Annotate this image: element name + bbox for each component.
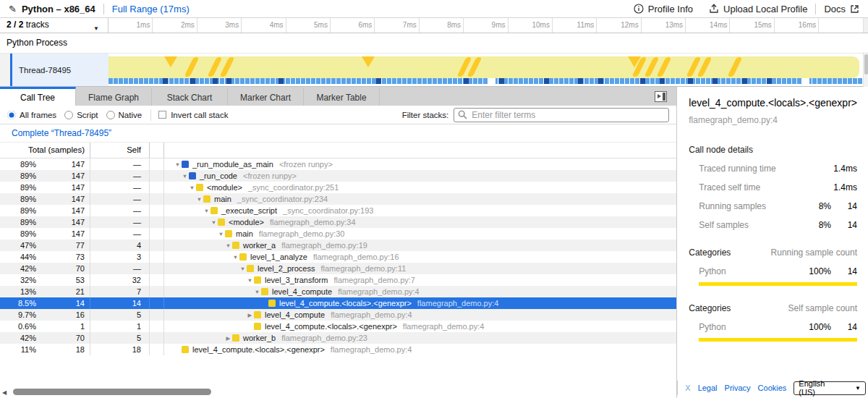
tab-marker-chart[interactable]: Marker Chart (228, 87, 304, 106)
function-name: <module> (229, 218, 264, 226)
footer-link-legal[interactable]: Legal (698, 384, 718, 392)
function-name: level_4_compute.<locals>.<genexpr> (279, 299, 412, 308)
invert-call-stack-checkbox[interactable]: Invert call stack (158, 111, 228, 119)
table-header: Total (samples) Self (0, 143, 676, 158)
cpu-heavy-sample (163, 78, 168, 84)
table-row[interactable]: 44%733▼level_1_analyzeflamegraph_demo.py… (0, 251, 676, 263)
table-row[interactable]: 11%1818level_4_compute.<locals>.<genexpr… (0, 344, 676, 355)
collapse-icon[interactable]: ▼ (224, 242, 232, 249)
scroll-left-arrow-icon[interactable]: ◀ (2, 389, 7, 396)
horizontal-scrollbar[interactable]: ◀ (0, 388, 676, 397)
edit-profile-name-icon[interactable]: ✎ (9, 4, 17, 14)
radio-script[interactable]: Script (64, 111, 98, 119)
table-row[interactable]: 89%147—▼<module>_sync_coordinator.py:251 (0, 182, 676, 193)
tab-stack-chart[interactable]: Stack Chart (152, 87, 228, 106)
tree-indent (166, 199, 195, 200)
horizontal-scrollbar-thumb[interactable] (13, 389, 211, 395)
sidebar-toggle-button[interactable] (655, 91, 667, 102)
file-location: flamegraph_demo.py:4 (403, 322, 485, 331)
column-header-self[interactable]: Self (90, 143, 150, 158)
frame-category-icon (232, 242, 239, 249)
function-name: level_4_compute (265, 310, 325, 319)
column-header-total[interactable]: Total (samples) (0, 143, 90, 158)
tracks-dropdown[interactable]: 2 / 2 tracks ▼ (0, 18, 109, 33)
table-row[interactable]: 32%5332▼level_3_transformflamegraph_demo… (0, 274, 676, 286)
table-row[interactable]: 89%147—▼mainflamegraph_demo.py:30 (0, 228, 676, 240)
profile-info-button[interactable]: Profile Info (634, 4, 693, 14)
upload-profile-button[interactable]: Upload Local Profile (709, 4, 807, 14)
sidebar: level_4_compute.<locals>.<genexpr> flame… (677, 87, 868, 398)
table-row[interactable]: 47%774▼worker_aflamegraph_demo.py:19 (0, 240, 676, 251)
radio-all-frames[interactable]: All frames (7, 111, 56, 119)
expand-icon[interactable]: ▶ (224, 335, 232, 342)
tab-flame-graph[interactable]: Flame Graph (76, 87, 152, 106)
table-row[interactable]: 13%217▼level_4_computeflamegraph_demo.py… (0, 286, 676, 297)
table-row[interactable]: 89%147—▼_execute_script_sync_coordinator… (0, 205, 676, 216)
cell-total: 32%53 (0, 274, 90, 286)
vertical-scrollbar-thumb[interactable] (864, 54, 868, 75)
category-color-bar (699, 282, 857, 286)
cell-function: ▶worker_bflamegraph_demo.py:23 (164, 334, 676, 342)
tab-marker-table[interactable]: Marker Table (304, 87, 380, 106)
total-percent: 89% (0, 206, 36, 215)
thread-track-label[interactable]: Thread-78495 (12, 54, 109, 86)
collapse-icon[interactable]: ▼ (217, 231, 225, 237)
process-track-label[interactable]: Python Process (0, 33, 868, 54)
table-row[interactable]: 9.7%165▶level_4_computeflamegraph_demo.p… (0, 309, 676, 321)
collapse-icon[interactable]: ▼ (210, 219, 218, 226)
full-range-button[interactable]: Full Range (17ms) (112, 4, 190, 14)
file-location: flamegraph_demo.py:4 (331, 310, 412, 319)
table-row[interactable]: 8.5%1414level_4_compute.<locals>.<genexp… (0, 297, 676, 309)
cell-total: 47%77 (0, 240, 90, 251)
total-samples: 147 (36, 172, 90, 180)
function-name: _run_module_as_main (192, 160, 273, 169)
table-row[interactable]: 0.6%11level_4_compute.<locals>.<genexpr>… (0, 321, 676, 332)
total-samples: 53 (36, 276, 90, 284)
tab-call-tree[interactable]: Call Tree (0, 87, 76, 106)
function-name: <module> (207, 183, 242, 192)
search-input[interactable] (454, 108, 669, 122)
docs-link[interactable]: Docs (824, 4, 859, 14)
table-row[interactable]: 42%705▶worker_bflamegraph_demo.py:23 (0, 332, 676, 344)
toolbar-divider (150, 109, 151, 121)
language-select[interactable]: English (US) ▼ (793, 381, 866, 395)
tree-indent (166, 222, 210, 223)
table-row[interactable]: 89%147—▼_run_code<frozen runpy> (0, 170, 676, 182)
collapse-icon[interactable]: ▼ (231, 254, 239, 261)
thread-activity-track[interactable] (109, 54, 863, 86)
collapse-icon[interactable]: ▼ (188, 185, 196, 191)
footer-close-button[interactable]: X (685, 384, 690, 392)
category-header: CategoriesSelf sample count (689, 303, 857, 313)
cell-total: 8.5%14 (0, 297, 90, 309)
tree-indent (166, 245, 224, 246)
tree-indent (166, 187, 188, 188)
footer-link-privacy[interactable]: Privacy (725, 384, 751, 392)
radio-native[interactable]: Native (106, 111, 142, 119)
frame-category-icon (182, 346, 189, 353)
frame-category-icon (225, 230, 232, 237)
table-row[interactable]: 42%70—▼level_2_processflamegraph_demo.py… (0, 263, 676, 274)
frame-category-icon (254, 311, 261, 318)
collapse-icon[interactable]: ▼ (203, 208, 210, 214)
table-row[interactable]: 89%147—▼main_sync_coordinator.py:234 (0, 193, 676, 205)
category-row: Python100%14 (689, 322, 857, 332)
footer-link-cookies[interactable]: Cookies (758, 384, 787, 392)
table-row[interactable]: 89%147—▼<module>flamegraph_demo.py:34 (0, 216, 676, 228)
total-samples: 16 (36, 310, 90, 319)
tree-indent (166, 280, 246, 281)
detail-label: Traced self time (699, 182, 801, 192)
frame-category-icon (247, 265, 254, 272)
collapse-icon[interactable]: ▼ (174, 161, 182, 168)
collapse-icon[interactable]: ▼ (181, 173, 189, 179)
table-row[interactable]: 89%147—▼_run_module_as_main<frozen runpy… (0, 158, 676, 170)
expand-icon[interactable]: ▶ (246, 312, 254, 318)
collapse-icon[interactable]: ▼ (253, 289, 261, 295)
upload-label: Upload Local Profile (723, 4, 807, 14)
collapse-icon[interactable]: ▼ (246, 277, 254, 284)
breadcrumb[interactable]: Complete “Thread-78495” (12, 128, 111, 138)
frame-category-icon (261, 288, 268, 295)
collapse-icon[interactable]: ▼ (195, 196, 203, 203)
detail-label: Running samples (699, 201, 801, 211)
profile-info-label: Profile Info (648, 4, 693, 14)
collapse-icon[interactable]: ▼ (239, 266, 247, 272)
